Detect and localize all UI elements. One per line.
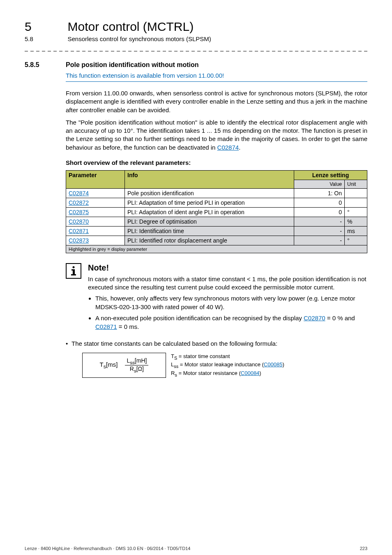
table-row: C02875 PLI: Adaptation of ident angle PL… xyxy=(66,207,367,217)
info-icon xyxy=(66,263,81,279)
col-header-unit: Unit xyxy=(345,180,367,188)
note-body: In case of synchronous motors with a sta… xyxy=(88,275,367,292)
cell-unit xyxy=(345,198,367,207)
text: A non-executed pole position identificat… xyxy=(95,314,304,321)
cell-value: - xyxy=(294,236,345,245)
table-footnote: Highlighted in grey = display parameter xyxy=(66,245,367,253)
table-heading: Short overview of the relevant parameter… xyxy=(66,159,367,166)
param-link[interactable]: C00085 xyxy=(264,361,283,368)
col-header-value: Value xyxy=(294,180,345,188)
cell-unit: % xyxy=(345,217,367,226)
text: = 0 % and xyxy=(325,314,355,321)
cell-info: PLI: Adaptation of ident angle PLI in op… xyxy=(125,207,294,217)
param-link[interactable]: C02872 xyxy=(69,199,89,206)
param-link[interactable]: C02870 xyxy=(69,218,89,225)
col-header-lenze: Lenze setting xyxy=(294,170,367,180)
divider xyxy=(25,51,367,51)
cell-info: PLI: Degree of optimisation xyxy=(125,217,294,226)
chapter-title: Motor control (MCTRL) xyxy=(67,20,194,34)
table-footnote-row: Highlighted in grey = display parameter xyxy=(66,245,367,253)
section-title: Pole position identification without mot… xyxy=(66,61,199,69)
cell-unit: ° xyxy=(345,207,367,217)
list-item: A non-executed pole position identificat… xyxy=(95,314,367,331)
cell-info: PLI: Identified rotor displacement angle xyxy=(125,236,294,245)
cell-value: 0 xyxy=(294,207,345,217)
svg-rect-2 xyxy=(73,269,75,274)
text: . xyxy=(239,144,240,151)
text: = 0 ms. xyxy=(117,323,139,330)
text: The stator time constants can be calcula… xyxy=(71,340,277,347)
param-link[interactable]: C02874 xyxy=(217,144,239,151)
param-link[interactable]: C02875 xyxy=(69,209,89,215)
subchapter-number: 5.8 xyxy=(25,35,66,42)
cell-unit xyxy=(345,188,367,198)
table-row: C02872 PLI: Adaptation of time period PL… xyxy=(66,198,367,207)
list-item: This, however, only affects very few syn… xyxy=(95,294,367,311)
col-header-parameter: Parameter xyxy=(66,170,125,188)
note-title: Note! xyxy=(88,263,367,273)
extension-note: This function extension is available fro… xyxy=(66,72,367,79)
param-link[interactable]: C02871 xyxy=(69,228,89,234)
table-row: C02871 PLI: Identification time - ms xyxy=(66,226,367,236)
text: The "Pole position identification withou… xyxy=(66,119,367,151)
formula-ts: Ts[ms] xyxy=(100,361,118,370)
cell-value: 1: On xyxy=(294,188,345,198)
col-header-info: Info xyxy=(125,170,294,188)
note-callout: Note! In case of synchronous motors with… xyxy=(66,263,367,334)
param-link[interactable]: C02871 xyxy=(95,323,117,330)
cell-value: - xyxy=(294,217,345,226)
body-paragraph: From version 11.00.00 onwards, when sens… xyxy=(66,89,367,114)
page-footer: Lenze · 8400 HighLine · Referenzhandbuch… xyxy=(25,546,367,551)
formula-legend: TS = stator time constant Lss = Motor st… xyxy=(171,353,284,378)
formula-row: Ts[ms] Lss[mH] Rs[Ω] TS = stator time co… xyxy=(66,353,367,378)
formula-fraction: Lss[mH] Rs[Ω] xyxy=(125,357,148,373)
table-row: C02874 Pole position identification 1: O… xyxy=(66,188,367,198)
formula-box: Ts[ms] Lss[mH] Rs[Ω] xyxy=(82,353,166,378)
cell-info: Pole position identification xyxy=(125,188,294,198)
param-link[interactable]: C02874 xyxy=(69,190,89,197)
parameter-table: Parameter Info Lenze setting Value Unit … xyxy=(66,170,367,253)
cell-unit: ° xyxy=(345,236,367,245)
page-header: 5 Motor control (MCTRL) 5.8 Sensorless c… xyxy=(25,20,367,43)
footer-left: Lenze · 8400 HighLine · Referenzhandbuch… xyxy=(25,546,190,551)
section-number: 5.8.5 xyxy=(25,61,66,69)
table-row: C02870 PLI: Degree of optimisation - % xyxy=(66,217,367,226)
param-link[interactable]: C02870 xyxy=(304,314,325,321)
svg-rect-3 xyxy=(71,274,76,275)
cell-unit: ms xyxy=(345,226,367,236)
cell-value: 0 xyxy=(294,198,345,207)
table-row: C02873 PLI: Identified rotor displacemen… xyxy=(66,236,367,245)
cell-value: - xyxy=(294,226,345,236)
subchapter-title: Sensorless control for synchronous motor… xyxy=(67,35,211,42)
chapter-number: 5 xyxy=(25,20,66,34)
cell-info: PLI: Adaptation of time period PLI in op… xyxy=(125,198,294,207)
list-item: • The stator time constants can be calcu… xyxy=(66,340,367,347)
svg-point-0 xyxy=(73,266,75,268)
blue-underline xyxy=(66,81,367,82)
body-paragraph: The "Pole position identification withou… xyxy=(66,118,367,152)
footer-page-number: 223 xyxy=(360,546,367,551)
cell-info: PLI: Identification time xyxy=(125,226,294,236)
param-link[interactable]: C02873 xyxy=(69,237,89,244)
param-link[interactable]: C00084 xyxy=(241,370,260,376)
